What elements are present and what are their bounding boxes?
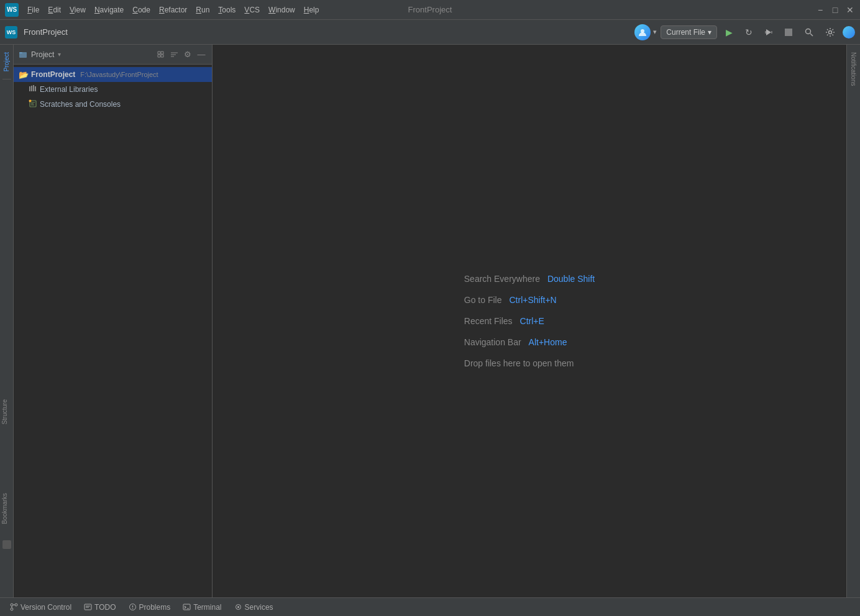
todo-icon (84, 603, 92, 611)
toolbar-logo: WS (5, 26, 17, 38)
services-label: Services (245, 603, 273, 612)
search-everywhere-label: Search Everywhere (464, 274, 540, 284)
version-control-label: Version Control (21, 603, 71, 612)
todo-button[interactable]: TODO (79, 600, 121, 614)
svg-rect-23 (183, 604, 190, 610)
maximize-button[interactable]: □ (830, 5, 840, 15)
user-avatar[interactable] (634, 24, 651, 40)
minimize-button[interactable]: − (815, 5, 825, 15)
project-tree: 📂 FrontProject F:\Javastudy\FrontProject… (14, 65, 212, 597)
go-to-file-shortcut[interactable]: Ctrl+Shift+N (509, 295, 556, 305)
search-everywhere-button[interactable] (800, 24, 818, 41)
panel-close-button[interactable]: — (196, 49, 207, 60)
search-everywhere-row: Search Everywhere Double Shift (464, 274, 595, 284)
project-panel-header: Project ▾ ⚙ — (14, 45, 212, 65)
menu-run[interactable]: Run (192, 4, 213, 16)
current-file-button[interactable]: Current File ▾ (661, 25, 717, 39)
account-dropdown-arrow[interactable]: ▾ (653, 28, 657, 36)
window-title: FrontProject (408, 5, 452, 14)
svg-line-6 (810, 34, 813, 36)
panel-settings-button[interactable]: ⚙ (182, 49, 193, 60)
todo-label: TODO (94, 603, 116, 612)
navigation-bar-shortcut[interactable]: Alt+Home (529, 337, 567, 347)
menu-vcs[interactable]: VCS (240, 4, 263, 16)
menu-refactor[interactable]: Refactor (155, 4, 191, 16)
svg-rect-9 (19, 52, 22, 53)
notifications-panel[interactable]: Notifications (849, 47, 858, 91)
expand-all-button[interactable] (155, 49, 166, 60)
toolbar-left: WS FrontProject (5, 26, 68, 38)
menu-bar: File Edit View Navigate Code Refactor Ru… (24, 4, 322, 16)
svg-rect-3 (771, 31, 772, 34)
svg-rect-10 (29, 86, 30, 91)
drop-files-label: Drop files here to open them (464, 358, 574, 368)
menu-edit[interactable]: Edit (44, 4, 65, 16)
svg-point-7 (829, 30, 832, 34)
svg-rect-2 (765, 31, 766, 34)
terminal-button[interactable]: Terminal (178, 600, 226, 614)
account-button[interactable]: ▾ (634, 24, 657, 40)
scratches-label: Scratches and Consoles (40, 100, 121, 109)
menu-window[interactable]: Window (265, 4, 299, 16)
menu-help[interactable]: Help (300, 4, 323, 16)
ws-logo: WS (5, 3, 19, 17)
debug-button[interactable] (761, 24, 777, 40)
search-everywhere-shortcut[interactable]: Double Shift (547, 274, 595, 284)
svg-point-22 (132, 608, 133, 609)
svg-point-5 (806, 29, 811, 34)
navigation-bar-label: Navigation Bar (464, 337, 521, 347)
menu-navigate[interactable]: Navigate (91, 4, 127, 16)
title-bar-right: − □ ✕ (815, 5, 855, 15)
drop-files-row: Drop files here to open them (464, 358, 574, 368)
git-icon (10, 603, 18, 611)
menu-tools[interactable]: Tools (214, 4, 239, 16)
project-dropdown-arrow[interactable]: ▾ (58, 51, 61, 58)
svg-rect-4 (785, 29, 792, 36)
problems-label: Problems (139, 603, 171, 612)
project-root-path: F:\Javastudy\FrontProject (80, 71, 158, 78)
accent-indicator (843, 26, 855, 38)
menu-file[interactable]: File (24, 4, 43, 16)
main-layout: Project Structure Bookmarks Project ▾ (0, 45, 860, 597)
status-bar: Version Control TODO Problems Terminal S… (0, 597, 860, 616)
panel-toggle[interactable] (2, 540, 11, 549)
project-root-name: FrontProject (31, 70, 75, 79)
tree-item-scratches[interactable]: ! Scratches and Consoles (14, 97, 212, 112)
collapse-all-button[interactable] (168, 49, 180, 60)
recent-files-row: Recent Files Ctrl+E (464, 316, 544, 326)
right-sidebar-strip: Notifications (846, 45, 860, 597)
close-button[interactable]: ✕ (845, 5, 855, 15)
version-control-button[interactable]: Version Control (5, 600, 76, 614)
recent-files-label: Recent Files (464, 316, 513, 326)
terminal-label: Terminal (193, 603, 221, 612)
tree-item-root[interactable]: 📂 FrontProject F:\Javastudy\FrontProject (14, 67, 212, 82)
services-button[interactable]: Services (229, 600, 278, 614)
left-sidebar-strip: Project Structure Bookmarks (0, 45, 14, 597)
welcome-content: Search Everywhere Double Shift Go to Fil… (464, 274, 595, 368)
svg-marker-1 (766, 29, 771, 35)
run-button[interactable]: ▶ (721, 24, 737, 40)
go-to-file-row: Go to File Ctrl+Shift+N (464, 295, 557, 305)
library-icon (29, 84, 37, 95)
title-bar-left: WS File Edit View Navigate Code Refactor… (5, 3, 322, 17)
toolbar: WS FrontProject ▾ Current File ▾ ▶ ↻ (0, 20, 860, 45)
services-icon (234, 603, 242, 611)
problems-button[interactable]: Problems (124, 600, 176, 614)
tree-item-external-libraries[interactable]: External Libraries (14, 82, 212, 97)
problems-icon (129, 603, 137, 611)
rerun-button[interactable]: ↻ (741, 24, 757, 40)
recent-files-shortcut[interactable]: Ctrl+E (520, 316, 544, 326)
sidebar-item-project[interactable]: Project (2, 47, 11, 76)
settings-button[interactable] (821, 24, 839, 41)
svg-rect-13 (35, 86, 36, 91)
sidebar-item-structure[interactable]: Structure (0, 394, 14, 430)
sidebar-item-bookmarks[interactable]: Bookmarks (0, 488, 14, 529)
menu-view[interactable]: View (66, 4, 89, 16)
svg-point-18 (11, 608, 13, 610)
scratches-icon: ! (29, 99, 37, 110)
project-title: FrontProject (24, 27, 68, 37)
menu-code[interactable]: Code (129, 4, 154, 16)
stop-button[interactable] (780, 24, 797, 40)
panel-icon-buttons: ⚙ — (155, 49, 207, 60)
title-bar: WS File Edit View Navigate Code Refactor… (0, 0, 860, 20)
